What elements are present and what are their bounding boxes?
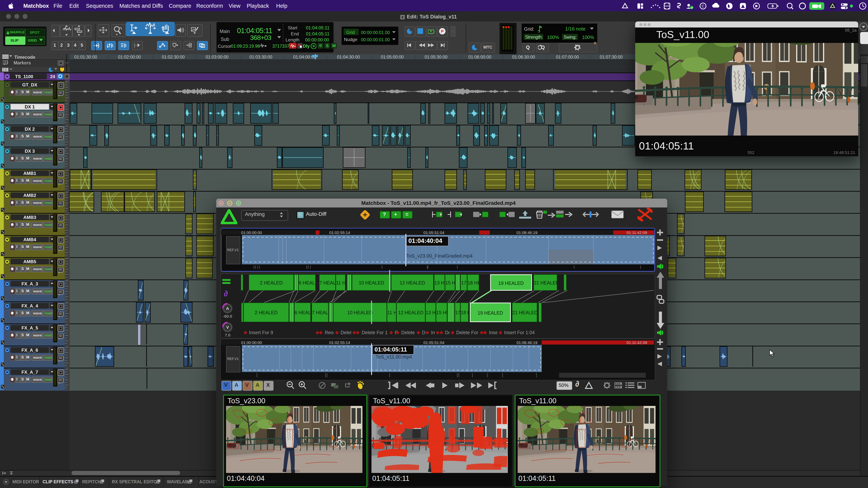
svg-text:V: V: [226, 325, 229, 330]
svg-text:A: A: [226, 306, 229, 311]
svg-text:P: P: [441, 29, 444, 34]
svg-text:C: C: [702, 4, 704, 8]
